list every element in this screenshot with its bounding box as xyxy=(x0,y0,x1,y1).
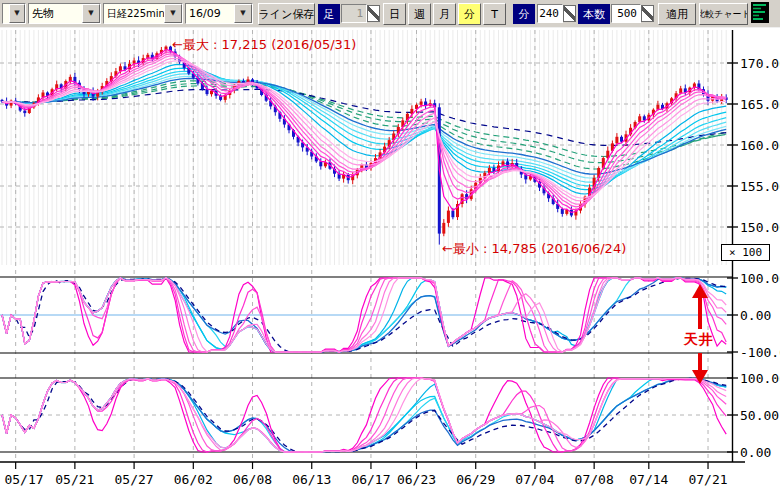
svg-text:06/02: 06/02 xyxy=(174,472,213,487)
bar-count-label: 本数 xyxy=(578,4,610,24)
period-month-button[interactable]: 月 xyxy=(433,3,456,25)
svg-text:-100.00: -100.00 xyxy=(740,345,780,360)
svg-text:05/21: 05/21 xyxy=(55,472,94,487)
svg-text:150.00: 150.00 xyxy=(740,220,780,235)
bar-interval-input[interactable]: 1 xyxy=(341,4,367,23)
save-line-button[interactable]: ライン保存 xyxy=(258,3,315,25)
svg-text:155.00: 155.00 xyxy=(740,179,780,194)
min-price-annotation: ←最小 : 14,785 (2016/06/24) xyxy=(442,240,626,258)
ceiling-annotation: 天井 xyxy=(684,331,714,349)
bar-count-spinner[interactable] xyxy=(641,5,654,22)
compare-chart-button[interactable]: 比較チャート xyxy=(699,3,748,25)
bar-interval-spinner[interactable] xyxy=(367,5,380,22)
svg-text:100.00: 100.00 xyxy=(740,371,780,386)
svg-text:100.00: 100.00 xyxy=(740,271,780,286)
toolbar: ▼ 先物 ▼ 日経225mini ▼ 16/09 ▼ ライン保存 足 1 日 週… xyxy=(0,0,780,28)
chevron-down-icon[interactable]: ▼ xyxy=(164,4,182,23)
contract-month-value: 16/09 xyxy=(186,4,234,23)
category-value: 先物 xyxy=(29,4,82,23)
period-week-button[interactable]: 週 xyxy=(408,3,431,25)
svg-text:0.00: 0.00 xyxy=(740,445,771,460)
contract-month-combobox[interactable]: 16/09 ▼ xyxy=(185,3,253,24)
x-axis-labels: 05/1705/2105/2706/0206/0806/1306/1706/23… xyxy=(4,462,727,487)
bar-stripes xyxy=(2,30,726,265)
instrument-combobox[interactable]: 日経225mini ▼ xyxy=(103,3,183,24)
svg-text:06/23: 06/23 xyxy=(397,472,436,487)
svg-text:07/04: 07/04 xyxy=(515,472,554,487)
svg-text:07/08: 07/08 xyxy=(575,472,614,487)
svg-text:06/17: 06/17 xyxy=(351,472,390,487)
bar-count-input[interactable]: 500 xyxy=(611,4,641,23)
svg-text:06/13: 06/13 xyxy=(292,472,331,487)
svg-text:07/21: 07/21 xyxy=(688,472,727,487)
svg-text:165.00: 165.00 xyxy=(740,97,780,112)
chevron-down-icon[interactable]: ▼ xyxy=(234,4,252,23)
svg-text:50.00: 50.00 xyxy=(740,408,779,423)
chevron-down-icon[interactable]: ▼ xyxy=(82,4,100,23)
chart-list-icon[interactable] xyxy=(751,2,769,23)
svg-text:170.00: 170.00 xyxy=(740,56,780,71)
chevron-down-icon[interactable]: ▼ xyxy=(9,4,25,23)
ema-pink-ribbon xyxy=(2,50,726,213)
price-chart-canvas[interactable]: 170.00165.00160.00155.00150.00100.000.00… xyxy=(0,28,780,500)
period-minute-button[interactable]: 分 xyxy=(458,3,481,25)
max-price-annotation: ←最大 : 17,215 (2016/05/31) xyxy=(172,36,356,54)
corner-combobox[interactable]: ▼ xyxy=(2,3,26,24)
svg-text:07/14: 07/14 xyxy=(629,472,668,487)
svg-text:160.00: 160.00 xyxy=(740,138,780,153)
axis-multiplier-badge: × 100 xyxy=(721,244,770,261)
svg-text:0.00: 0.00 xyxy=(740,308,771,323)
svg-text:05/27: 05/27 xyxy=(115,472,154,487)
category-combobox[interactable]: 先物 ▼ xyxy=(28,3,101,24)
svg-text:06/29: 06/29 xyxy=(456,472,495,487)
period-day-button[interactable]: 日 xyxy=(383,3,406,25)
svg-text:05/17: 05/17 xyxy=(4,472,43,487)
svg-text:06/08: 06/08 xyxy=(233,472,272,487)
minute-value-spinner[interactable] xyxy=(563,5,576,22)
minute-label: 分 xyxy=(513,4,535,24)
minute-value-input[interactable]: 240 xyxy=(537,4,563,23)
apply-button[interactable]: 適用 xyxy=(658,3,696,25)
period-tick-button[interactable]: T xyxy=(483,3,506,25)
chart-area[interactable]: 170.00165.00160.00155.00150.00100.000.00… xyxy=(0,28,780,500)
instrument-value: 日経225mini xyxy=(104,4,164,23)
bar-type-label: 足 xyxy=(318,4,340,24)
